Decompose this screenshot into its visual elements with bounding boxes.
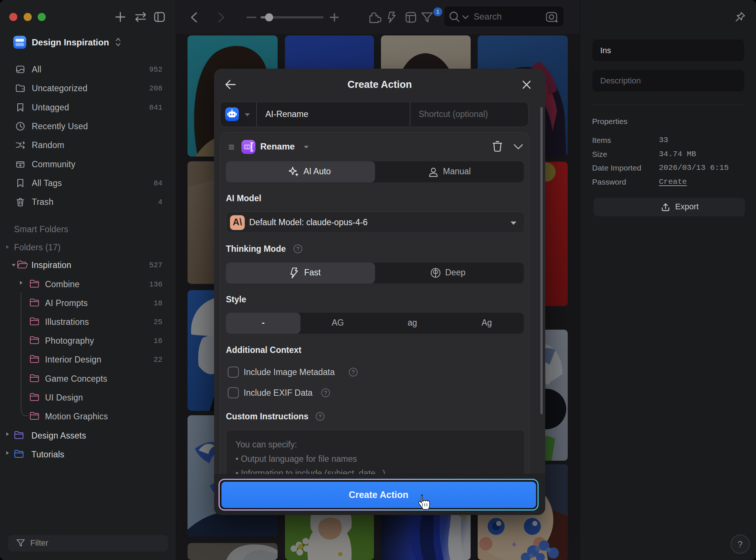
svg-text:?: ? (21, 87, 24, 92)
svg-text:?: ? (21, 107, 23, 112)
